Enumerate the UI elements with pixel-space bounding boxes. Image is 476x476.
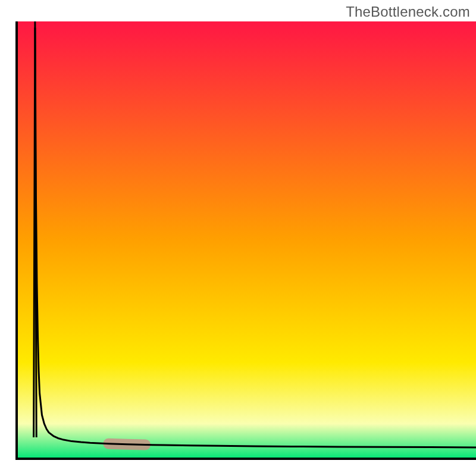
watermark-text: TheBottleneck.com bbox=[346, 4, 470, 20]
plot-svg bbox=[0, 0, 476, 476]
chart-stage: TheBottleneck.com bbox=[0, 0, 476, 476]
gradient-background bbox=[17, 21, 476, 459]
